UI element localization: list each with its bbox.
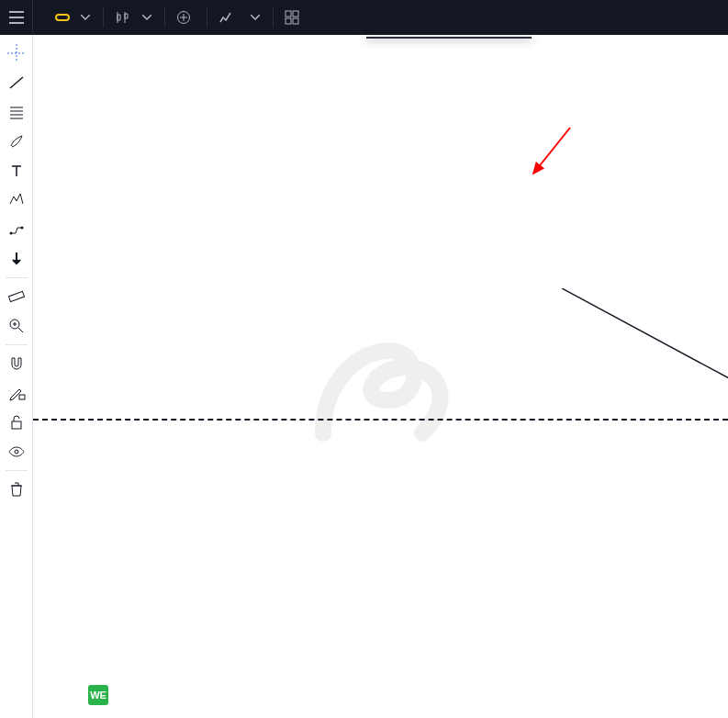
- timeframe-dropdown: [366, 37, 532, 39]
- chart-area[interactable]: WE: [33, 35, 728, 718]
- templates-icon: [285, 10, 299, 25]
- text-tool[interactable]: [0, 156, 33, 185]
- trendline-tool[interactable]: [0, 68, 33, 97]
- svg-point-6: [20, 227, 23, 230]
- annotation-arrow-icon: [529, 123, 575, 187]
- candle-style-dropdown[interactable]: [135, 0, 159, 35]
- candlestick-icon: [115, 10, 129, 25]
- svg-line-13: [533, 128, 570, 174]
- trendline-drawing: [562, 288, 728, 435]
- forecast-tool[interactable]: [0, 215, 33, 244]
- zoom-tool[interactable]: [0, 311, 33, 341]
- chevron-down-icon: [142, 15, 151, 20]
- chevron-down-icon: [81, 15, 90, 20]
- separator: [207, 7, 207, 28]
- compare-button[interactable]: [171, 10, 201, 25]
- candle-style-button[interactable]: [109, 10, 135, 25]
- svg-rect-1: [286, 11, 291, 17]
- forecast-icon: [7, 220, 26, 239]
- chevron-down-icon: [251, 15, 260, 20]
- fib-tool[interactable]: [0, 97, 33, 127]
- pencil-lock-icon: [7, 384, 26, 402]
- trash-icon: [7, 480, 26, 499]
- brand-badge: WE: [88, 685, 116, 705]
- magnet-tool[interactable]: [0, 349, 33, 378]
- pattern-tool[interactable]: [0, 185, 33, 215]
- lock-open-icon: [7, 413, 26, 432]
- plus-circle-icon: [176, 10, 191, 25]
- long-short-tool[interactable]: [0, 244, 33, 274]
- svg-rect-7: [8, 291, 24, 301]
- svg-rect-3: [286, 18, 291, 24]
- pattern-icon: [7, 191, 26, 209]
- trash-tool[interactable]: [0, 475, 33, 504]
- crosshair-tool[interactable]: [0, 39, 33, 68]
- brand-logo-icon: WE: [88, 685, 108, 705]
- timeframe-dropdown-toggle[interactable]: [73, 0, 97, 35]
- indicators-button[interactable]: [213, 10, 243, 25]
- text-icon: [7, 162, 26, 180]
- ruler-tool[interactable]: [0, 282, 33, 311]
- crosshair-icon: [7, 44, 26, 62]
- separator: [273, 7, 274, 28]
- trendline-icon: [7, 73, 26, 92]
- fib-icon: [7, 103, 26, 121]
- brush-tool[interactable]: [0, 127, 33, 156]
- arrow-down-icon: [7, 250, 26, 268]
- separator: [103, 7, 104, 28]
- lock-tool[interactable]: [0, 408, 33, 437]
- hamburger-button[interactable]: [0, 0, 33, 35]
- templates-button[interactable]: [279, 10, 309, 25]
- ruler-icon: [7, 287, 26, 306]
- svg-point-5: [9, 232, 12, 235]
- timeframe-bar: [55, 14, 70, 21]
- separator: [6, 344, 28, 345]
- svg-line-12: [562, 288, 728, 417]
- brush-icon: [7, 132, 26, 151]
- tool-rail: [0, 35, 33, 718]
- eye-icon: [7, 443, 26, 461]
- svg-rect-4: [293, 18, 298, 24]
- separator: [6, 470, 28, 471]
- svg-point-11: [15, 450, 18, 454]
- indicators-dropdown[interactable]: [243, 0, 267, 35]
- svg-rect-2: [293, 11, 298, 17]
- svg-rect-10: [12, 421, 21, 429]
- visibility-tool[interactable]: [0, 437, 33, 466]
- zoom-icon: [7, 317, 26, 335]
- svg-rect-9: [19, 395, 25, 399]
- indicators-icon: [218, 10, 233, 25]
- separator: [164, 7, 165, 28]
- hamburger-icon: [9, 11, 24, 24]
- drawing-lock-tool[interactable]: [0, 378, 33, 408]
- magnet-icon: [7, 354, 26, 373]
- topbar: [0, 0, 728, 35]
- separator: [6, 277, 28, 278]
